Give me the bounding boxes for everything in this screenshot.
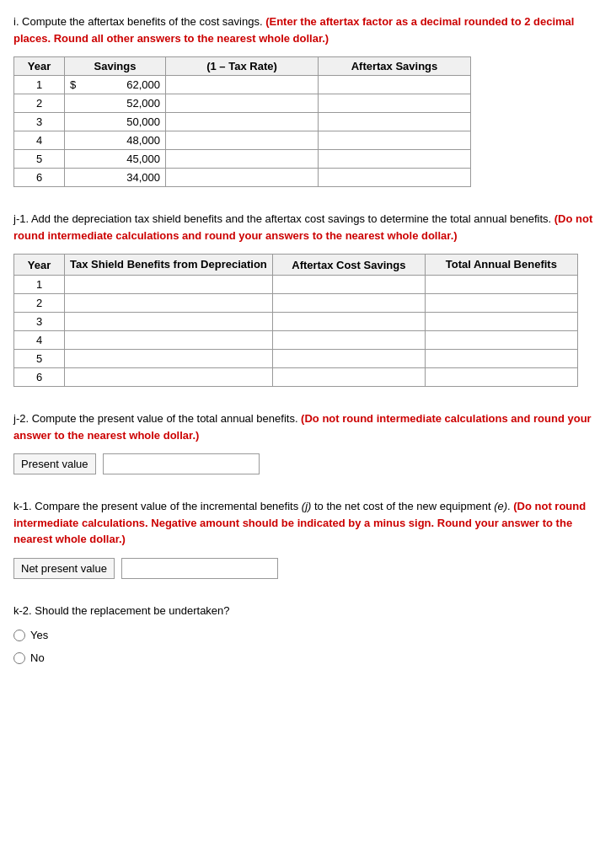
col-year: Year [14,255,65,276]
j1-row-year: 3 [14,313,65,331]
row-savings: 34,000 [115,169,166,187]
j1-row-year: 5 [14,350,65,368]
j1-tax-shield-input[interactable] [70,371,267,383]
section-k2: k-2. Should the replacement be undertake… [13,603,603,665]
radio-no[interactable] [13,652,25,664]
net-present-value-input[interactable] [129,562,271,575]
row-tax-rate[interactable] [166,169,319,187]
row-savings: 52,000 [115,94,166,113]
section-k2-radio-group: Yes No [13,629,603,664]
tax-rate-input[interactable] [171,97,313,110]
j1-tax-shield-input[interactable] [70,334,267,346]
net-present-value-input-wrapper[interactable] [121,558,278,579]
j1-aftertax-cost-input[interactable] [278,334,420,346]
section-i-table: Year Savings (1 – Tax Rate) Aftertax Sav… [13,56,471,187]
j1-row-year: 4 [14,331,65,350]
radio-yes[interactable] [13,630,25,641]
j1-tax-shield-input[interactable] [70,278,267,291]
tax-rate-input[interactable] [171,78,313,91]
section-i-instruction: i. Compute the aftertax benefits of the … [13,13,603,46]
j1-tax-shield-input[interactable] [70,352,267,365]
j1-total-annual-input-cell[interactable] [425,313,577,331]
row-tax-rate[interactable] [166,113,319,131]
j1-tax-shield-input-cell[interactable] [65,313,273,331]
aftertax-savings-input[interactable] [324,153,465,165]
j1-aftertax-cost-input-cell[interactable] [272,276,425,294]
j1-tax-shield-input-cell[interactable] [65,350,273,368]
row-dollar [65,150,115,169]
j1-aftertax-cost-input-cell[interactable] [272,313,425,331]
row-year: 5 [14,150,65,169]
j1-total-annual-input[interactable] [431,334,572,346]
section-j1: j-1. Add the depreciation tax shield ben… [13,211,603,387]
present-value-label: Present value [13,453,96,474]
radio-yes-label: Yes [30,629,48,641]
row-dollar [65,169,115,187]
j1-tax-shield-input-cell[interactable] [65,276,273,294]
present-value-input-wrapper[interactable] [103,453,260,474]
row-aftertax-savings[interactable] [319,76,471,94]
tax-rate-input[interactable] [171,171,313,184]
aftertax-savings-input[interactable] [324,78,465,91]
j1-total-annual-input[interactable] [431,297,572,309]
j1-total-annual-input-cell[interactable] [425,276,577,294]
j1-total-annual-input-cell[interactable] [425,331,577,350]
row-year: 4 [14,131,65,150]
j1-total-annual-input[interactable] [431,371,572,383]
j1-total-annual-input[interactable] [431,278,572,291]
col-year: Year [14,57,65,76]
row-dollar [65,113,115,131]
section-i: i. Compute the aftertax benefits of the … [13,13,603,187]
j1-aftertax-cost-input[interactable] [278,297,420,309]
j1-total-annual-input-cell[interactable] [425,368,577,387]
radio-item-no[interactable]: No [13,651,603,664]
row-tax-rate[interactable] [166,76,319,94]
j1-aftertax-cost-input-cell[interactable] [272,368,425,387]
row-aftertax-savings[interactable] [319,169,471,187]
row-aftertax-savings[interactable] [319,113,471,131]
j1-total-annual-input[interactable] [431,352,572,365]
radio-item-yes[interactable]: Yes [13,629,603,641]
row-dollar: $ [65,76,115,94]
row-tax-rate[interactable] [166,131,319,150]
present-value-input[interactable] [110,458,252,470]
aftertax-savings-input[interactable] [324,115,465,128]
j1-total-annual-input-cell[interactable] [425,350,577,368]
tax-rate-input[interactable] [171,153,313,165]
tax-rate-input[interactable] [171,115,313,128]
aftertax-savings-input[interactable] [324,171,465,184]
j1-tax-shield-input[interactable] [70,297,267,309]
row-dollar [65,94,115,113]
j1-aftertax-cost-input[interactable] [278,315,420,328]
row-tax-rate[interactable] [166,94,319,113]
j1-tax-shield-input-cell[interactable] [65,331,273,350]
row-aftertax-savings[interactable] [319,150,471,169]
j1-row-year: 1 [14,276,65,294]
aftertax-savings-input[interactable] [324,134,465,147]
row-year: 1 [14,76,65,94]
j1-aftertax-cost-input-cell[interactable] [272,350,425,368]
row-aftertax-savings[interactable] [319,131,471,150]
col-aftertax-savings: Aftertax Savings [319,57,471,76]
j1-aftertax-cost-input[interactable] [278,278,420,291]
col-tax-rate: (1 – Tax Rate) [166,57,319,76]
aftertax-savings-input[interactable] [324,97,465,110]
j1-tax-shield-input-cell[interactable] [65,294,273,313]
j1-total-annual-input-cell[interactable] [425,294,577,313]
j1-aftertax-cost-input[interactable] [278,371,420,383]
row-year: 2 [14,94,65,113]
j1-aftertax-cost-input-cell[interactable] [272,331,425,350]
j1-tax-shield-input[interactable] [70,315,267,328]
j1-row-year: 2 [14,294,65,313]
section-j2: j-2. Compute the present value of the to… [13,410,603,474]
j1-total-annual-input[interactable] [431,315,572,328]
col-tax-shield: Tax Shield Benefits from Depreciation [65,255,273,276]
j1-aftertax-cost-input[interactable] [278,352,420,365]
tax-rate-input[interactable] [171,134,313,147]
section-k1-input-row: Net present value [13,558,603,579]
row-aftertax-savings[interactable] [319,94,471,113]
j1-aftertax-cost-input-cell[interactable] [272,294,425,313]
j1-tax-shield-input-cell[interactable] [65,368,273,387]
row-tax-rate[interactable] [166,150,319,169]
net-present-value-label: Net present value [13,558,115,579]
